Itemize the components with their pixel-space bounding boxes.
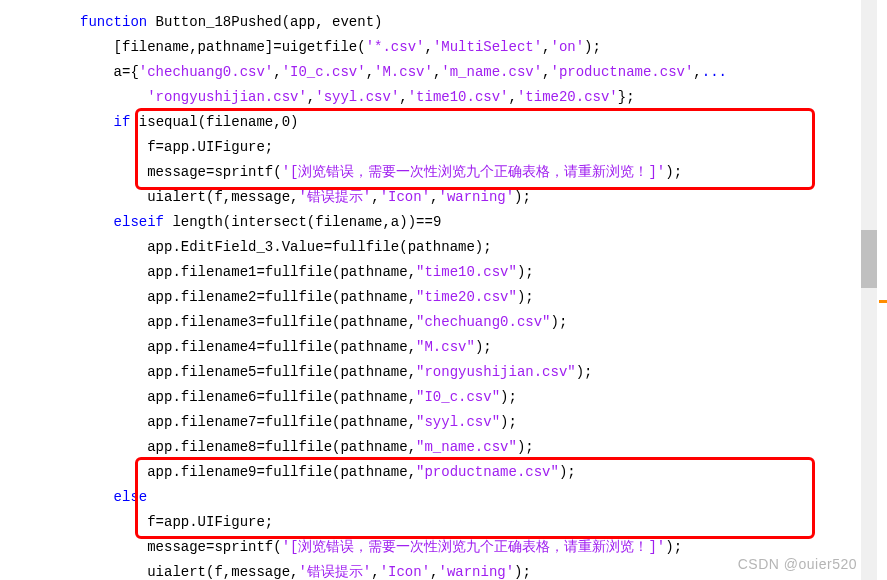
code-text: message=sprintf( <box>80 164 282 180</box>
code-text: app.filename2=fullfile(pathname, <box>80 289 416 305</box>
code-text: message=sprintf( <box>80 539 282 555</box>
string: 'productname.csv' <box>551 64 694 80</box>
watermark: CSDN @ouier520 <box>738 556 857 572</box>
string: 'on' <box>551 39 585 55</box>
code-text: length(intersect(filename,a))==9 <box>164 214 441 230</box>
code-text: ); <box>665 164 682 180</box>
keyword-if: if <box>114 114 131 130</box>
code-text: , <box>693 64 701 80</box>
scrollbar-track[interactable] <box>861 0 877 580</box>
code-text: , <box>307 89 315 105</box>
code-text: ); <box>576 364 593 380</box>
string: "time20.csv" <box>416 289 517 305</box>
code-line: app.filename5=fullfile(pathname,"rongyus… <box>80 360 860 385</box>
code-text: ); <box>517 289 534 305</box>
string: 'warning' <box>438 189 514 205</box>
code-line: f=app.UIFigure; <box>80 510 860 535</box>
code-line: f=app.UIFigure; <box>80 135 860 160</box>
code-text: app.filename7=fullfile(pathname, <box>80 414 416 430</box>
code-text: app.filename9=fullfile(pathname, <box>80 464 416 480</box>
code-text: }; <box>618 89 635 105</box>
code-line: if isequal(filename,0) <box>80 110 860 135</box>
code-text: ); <box>500 414 517 430</box>
code-text: app.filename5=fullfile(pathname, <box>80 364 416 380</box>
code-text <box>80 214 114 230</box>
code-line: message=sprintf('[浏览错误，需要一次性浏览九个正确表格，请重新… <box>80 160 860 185</box>
code-text: ); <box>550 314 567 330</box>
code-text: ); <box>517 439 534 455</box>
code-text: ); <box>514 564 531 580</box>
code-text: ); <box>517 264 534 280</box>
code-text: , <box>399 89 407 105</box>
string: '[浏览错误，需要一次性浏览九个正确表格，请重新浏览！]' <box>282 164 666 180</box>
code-text: ); <box>475 339 492 355</box>
string: 'time20.csv' <box>517 89 618 105</box>
string: "m_name.csv" <box>416 439 517 455</box>
minimap-warning-mark <box>879 300 887 303</box>
code-text: , <box>509 89 517 105</box>
code-text: f=app.UIFigure; <box>80 139 273 155</box>
code-text: ); <box>559 464 576 480</box>
continuation: ... <box>702 64 727 80</box>
code-text: app.filename6=fullfile(pathname, <box>80 389 416 405</box>
string: "time10.csv" <box>416 264 517 280</box>
code-text: , <box>273 64 281 80</box>
string: "syyl.csv" <box>416 414 500 430</box>
code-text: , <box>371 189 379 205</box>
code-text: uialert(f,message, <box>80 189 298 205</box>
code-text: app.filename8=fullfile(pathname, <box>80 439 416 455</box>
string: '[浏览错误，需要一次性浏览九个正确表格，请重新浏览！]' <box>282 539 666 555</box>
string: 'time10.csv' <box>408 89 509 105</box>
code-line: app.filename6=fullfile(pathname,"I0_c.cs… <box>80 385 860 410</box>
code-text: ); <box>514 189 531 205</box>
string: '错误提示' <box>298 564 371 580</box>
string: "productname.csv" <box>416 464 559 480</box>
code-text: , <box>542 64 550 80</box>
code-text: ); <box>665 539 682 555</box>
code-text: uialert(f,message, <box>80 564 298 580</box>
code-text: ); <box>500 389 517 405</box>
code-line: [filename,pathname]=uigetfile('*.csv','M… <box>80 35 860 60</box>
code-text: app.EditField_3.Value=fullfile(pathname)… <box>80 239 492 255</box>
string: 'I0_c.csv' <box>282 64 366 80</box>
code-line: else <box>80 485 860 510</box>
code-text: app.filename3=fullfile(pathname, <box>80 314 416 330</box>
string: "rongyushijian.csv" <box>416 364 576 380</box>
string: "M.csv" <box>416 339 475 355</box>
code-text: app.filename4=fullfile(pathname, <box>80 339 416 355</box>
code-text: ); <box>584 39 601 55</box>
code-line: a={'chechuang0.csv','I0_c.csv','M.csv','… <box>80 60 860 85</box>
string: 'MultiSelect' <box>433 39 542 55</box>
code-text: , <box>366 64 374 80</box>
code-text: app.filename1=fullfile(pathname, <box>80 264 416 280</box>
code-line: uialert(f,message,'错误提示','Icon','warning… <box>80 185 860 210</box>
code-line: app.EditField_3.Value=fullfile(pathname)… <box>80 235 860 260</box>
string: 'warning' <box>438 564 514 580</box>
code-line: app.filename3=fullfile(pathname,"chechua… <box>80 310 860 335</box>
string: 'chechuang0.csv' <box>139 64 273 80</box>
code-text: f=app.UIFigure; <box>80 514 273 530</box>
code-text: [filename,pathname]=uigetfile( <box>80 39 366 55</box>
code-text: , <box>424 39 432 55</box>
string: '*.csv' <box>366 39 425 55</box>
string: '错误提示' <box>298 189 371 205</box>
keyword-function: function <box>80 14 147 30</box>
string: 'm_name.csv' <box>441 64 542 80</box>
code-text: , <box>371 564 379 580</box>
code-line: app.filename8=fullfile(pathname,"m_name.… <box>80 435 860 460</box>
string: "chechuang0.csv" <box>416 314 550 330</box>
code-line: app.filename2=fullfile(pathname,"time20.… <box>80 285 860 310</box>
keyword-elseif: elseif <box>114 214 164 230</box>
code-text: isequal(filename,0) <box>130 114 298 130</box>
scrollbar-thumb[interactable] <box>861 230 877 288</box>
code-line: app.filename1=fullfile(pathname,"time10.… <box>80 260 860 285</box>
code-line: elseif length(intersect(filename,a))==9 <box>80 210 860 235</box>
string: 'syyl.csv' <box>315 89 399 105</box>
code-editor[interactable]: function Button_18Pushed(app, event) [fi… <box>0 0 860 580</box>
code-text: Button_18Pushed(app, event) <box>147 14 382 30</box>
string: 'rongyushijian.csv' <box>147 89 307 105</box>
string: 'Icon' <box>380 189 430 205</box>
code-text: a={ <box>80 64 139 80</box>
code-text <box>80 489 114 505</box>
code-line: app.filename7=fullfile(pathname,"syyl.cs… <box>80 410 860 435</box>
